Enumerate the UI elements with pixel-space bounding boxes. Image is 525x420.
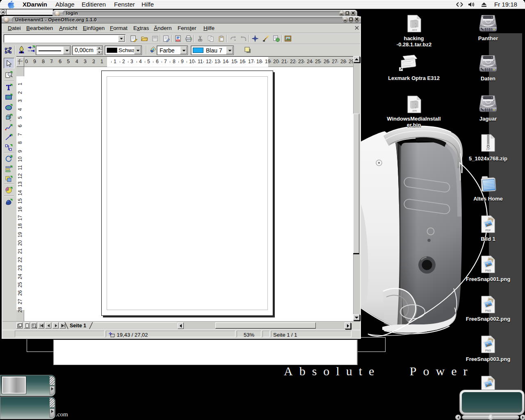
svg-text:ZIP: ZIP [486,148,491,151]
svg-text:PNG: PNG [485,269,491,272]
svg-text:PNG: PNG [485,349,491,352]
svg-text:.BIN: .BIN [412,110,417,112]
svg-text:PDF: PDF [486,229,491,232]
svg-text:.BZ2: .BZ2 [411,29,417,31]
svg-text:PNG: PNG [485,309,491,312]
